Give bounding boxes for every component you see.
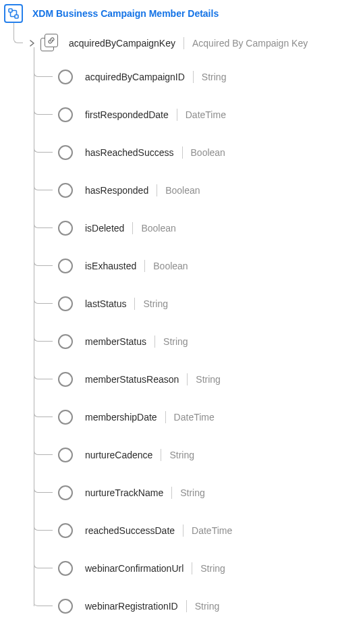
field-row[interactable]: memberStatusReasonString: [34, 360, 338, 398]
field-row[interactable]: memberStatusString: [34, 323, 338, 360]
field-type: String: [143, 298, 168, 309]
field-row[interactable]: nurtureTrackNameString: [34, 474, 338, 512]
field-type: String: [200, 563, 225, 574]
field-row[interactable]: isExhaustedBoolean: [34, 247, 338, 285]
field-name: isDeleted: [85, 223, 124, 234]
field-leaf-icon: [58, 561, 73, 576]
schema-tree: acquiredByCampaignKey Acquired By Campai…: [13, 23, 338, 625]
field-type: Boolean: [191, 147, 225, 158]
divider: [182, 146, 183, 159]
field-type: Acquired By Campaign Key: [192, 38, 308, 49]
field-type: DateTime: [192, 525, 232, 536]
field-name: hasResponded: [85, 185, 148, 196]
field-leaf-icon: [58, 70, 73, 84]
divider: [165, 411, 166, 423]
field-leaf-icon: [58, 599, 73, 614]
field-row[interactable]: hasRespondedBoolean: [34, 171, 338, 209]
schema-root-icon: [4, 4, 23, 23]
field-leaf-icon: [58, 221, 73, 236]
divider: [183, 525, 184, 537]
object-link-icon: [40, 34, 59, 53]
field-leaf-icon: [58, 372, 73, 387]
field-name: hasReachedSuccess: [85, 147, 174, 158]
divider: [154, 336, 155, 348]
field-type: Boolean: [141, 223, 175, 234]
field-type: DateTime: [174, 412, 215, 423]
field-type: String: [196, 374, 221, 385]
divider: [192, 562, 192, 574]
divider: [171, 487, 172, 499]
field-leaf-icon: [58, 410, 73, 425]
field-leaf-icon: [58, 448, 73, 462]
field-row[interactable]: acquiredByCampaignIDString: [34, 58, 338, 96]
svg-rect-0: [9, 9, 12, 12]
field-name: lastStatus: [85, 298, 126, 309]
field-row[interactable]: isDeletedBoolean: [34, 209, 338, 247]
field-row[interactable]: hasReachedSuccessBoolean: [34, 134, 338, 171]
field-name: webinarRegistrationID: [85, 601, 178, 612]
field-type: DateTime: [186, 109, 226, 120]
field-name: nurtureCadence: [85, 450, 152, 460]
divider: [186, 600, 187, 612]
field-type: Boolean: [153, 261, 188, 271]
field-leaf-icon: [58, 523, 73, 538]
divider: [187, 373, 188, 385]
field-name: membershipDate: [85, 412, 157, 423]
field-name: firstRespondedDate: [85, 109, 169, 120]
divider: [144, 260, 145, 272]
field-row[interactable]: membershipDateDateTime: [34, 398, 338, 436]
field-type: String: [195, 601, 220, 612]
divider: [132, 222, 133, 234]
field-type: String: [180, 487, 205, 498]
schema-root-row[interactable]: XDM Business Campaign Member Details: [0, 4, 338, 23]
field-row[interactable]: lastStatusString: [34, 285, 338, 323]
field-name: nurtureTrackName: [85, 487, 163, 498]
divider: [177, 109, 177, 121]
field-leaf-icon: [58, 485, 73, 500]
field-list: acquiredByCampaignIDStringfirstResponded…: [34, 58, 338, 625]
field-type: String: [169, 450, 194, 460]
svg-rect-1: [15, 15, 18, 18]
field-name: memberStatus: [85, 336, 146, 347]
field-row[interactable]: webinarConfirmationUrlString: [34, 549, 338, 587]
field-row[interactable]: firstRespondedDateDateTime: [34, 96, 338, 134]
field-leaf-icon: [58, 334, 73, 349]
divider: [161, 449, 161, 461]
field-type: String: [163, 336, 188, 347]
field-type: Boolean: [165, 185, 200, 196]
field-name: memberStatusReason: [85, 374, 179, 385]
chevron-right-icon[interactable]: [28, 39, 36, 47]
divider: [193, 71, 194, 83]
field-name: acquiredByCampaignKey: [69, 38, 175, 49]
divider: [134, 298, 135, 310]
field-leaf-icon: [58, 259, 73, 273]
field-leaf-icon: [58, 183, 73, 198]
field-name: acquiredByCampaignID: [85, 72, 185, 82]
field-leaf-icon: [58, 107, 73, 122]
field-row[interactable]: reachedSuccessDateDateTime: [34, 512, 338, 549]
field-name: reachedSuccessDate: [85, 525, 175, 536]
field-row[interactable]: webinarRegistrationIDString: [34, 587, 338, 625]
field-row[interactable]: nurtureCadenceString: [34, 436, 338, 474]
field-type: String: [202, 72, 227, 82]
field-name: isExhausted: [85, 261, 136, 271]
field-leaf-icon: [58, 296, 73, 311]
divider: [184, 37, 184, 49]
schema-root-title: XDM Business Campaign Member Details: [32, 8, 219, 19]
field-row-object[interactable]: acquiredByCampaignKey Acquired By Campai…: [13, 28, 338, 58]
field-name: webinarConfirmationUrl: [85, 563, 184, 574]
field-leaf-icon: [58, 145, 73, 160]
divider: [157, 184, 157, 196]
